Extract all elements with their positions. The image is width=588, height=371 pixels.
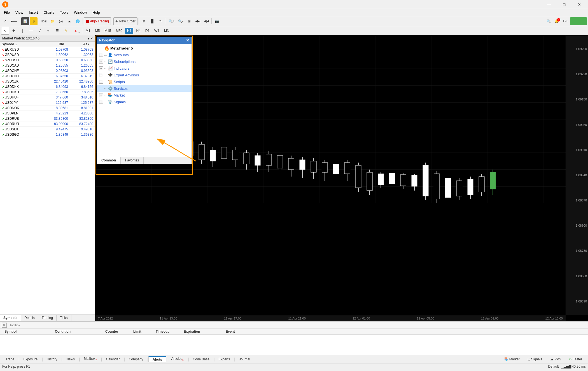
btab-trade[interactable]: Trade <box>2 356 18 362</box>
nav-item-subscriptions[interactable]: + ··· 🔄 Subscriptions <box>97 58 192 65</box>
toolbar-green-bar[interactable] <box>570 17 587 25</box>
mw-row[interactable]: ↗ USDPLN 4.28223 4.28500 <box>0 111 95 116</box>
mw-tab-details[interactable]: Details <box>21 315 38 321</box>
toolbar-notifications[interactable]: 🔔1 <box>553 17 561 25</box>
menu-charts[interactable]: Charts <box>41 10 57 15</box>
mw-row[interactable]: ↗ USDSEK 9.49475 9.49810 <box>0 127 95 132</box>
draw-trendline[interactable]: ╱ <box>36 27 44 35</box>
nav-item-signals[interactable]: + ··· 📡 Signals <box>97 98 192 105</box>
mw-row[interactable]: ↗ USDCNH 6.37650 6.37819 <box>0 74 95 79</box>
btab-exposure[interactable]: Exposure <box>20 356 42 362</box>
mw-row[interactable]: ↗ USDNOK 8.80681 8.81031 <box>0 105 95 111</box>
nav-expand-subscriptions[interactable]: + <box>99 60 103 64</box>
menu-file[interactable]: File <box>1 10 13 15</box>
menu-help[interactable]: Help <box>90 10 103 15</box>
mw-close[interactable]: ✕ <box>90 37 93 40</box>
mw-row[interactable]: ↘ USDJPY 125.587 125.587 <box>0 100 95 105</box>
nav-item-metatrader[interactable]: 🔥 MetaTrader 5 <box>97 45 192 51</box>
toolbar-line[interactable]: ⟵ <box>10 17 19 25</box>
toolbar-folder[interactable]: 📁 <box>48 17 56 25</box>
btab-mailbox[interactable]: Mailbox7 <box>80 356 101 362</box>
mw-row[interactable]: ↗ USDRUB 83.35800 83.82800 <box>0 116 95 121</box>
btab-alerts[interactable]: Alerts <box>148 356 166 362</box>
nav-item-market[interactable]: + ··· 🏪 Market <box>97 92 192 98</box>
btab-history[interactable]: History <box>43 356 61 362</box>
menu-view[interactable]: View <box>13 10 26 15</box>
toolbar-radio[interactable]: (o) <box>57 17 65 25</box>
menu-window[interactable]: Window <box>71 10 90 15</box>
toolbar-levels[interactable]: LVL <box>562 17 570 25</box>
toolbar-cloud[interactable]: ☁ <box>65 17 73 25</box>
mw-tab-ticks[interactable]: Ticks <box>57 315 71 321</box>
toolbar-scroll-end[interactable]: ◀▶| <box>194 17 202 25</box>
mw-row[interactable]: ↘ EURUSD 1.08708 1.08708 <box>0 47 95 52</box>
tf-mn[interactable]: MN <box>162 28 171 34</box>
tf-m5[interactable]: M5 <box>93 28 102 34</box>
mw-row[interactable]: ↗ USDRUR 83.00000 83.72400 <box>0 121 95 127</box>
draw-select[interactable]: ↖ <box>1 27 9 35</box>
toolbar-crosshair[interactable]: ⊕ <box>140 17 148 25</box>
btab-signals-bottom[interactable]: (·) Signals <box>524 356 546 362</box>
tf-h4[interactable]: H4 <box>134 28 142 34</box>
draw-text-icon[interactable]: ▲ ▾ <box>71 27 81 35</box>
nav-item-accounts[interactable]: + ··· 👤 Accounts <box>97 51 192 58</box>
mw-row[interactable]: ↗ USDDKK 6.84093 6.84156 <box>0 84 95 90</box>
nav-tab-favorites[interactable]: Favorites <box>121 157 144 164</box>
toolbar-depth[interactable]: ◀|◀ <box>202 17 211 25</box>
toolbar-ide[interactable]: IDE <box>40 17 48 25</box>
btab-tester[interactable]: ⟳ Tester <box>565 356 586 362</box>
tf-m30[interactable]: M30 <box>114 28 124 34</box>
toolbar-zoom-in[interactable]: 🔍+ <box>167 17 176 25</box>
toolbar-candle-view[interactable]: ▐▌ <box>148 17 156 25</box>
toolbar-line-view[interactable]: 〜 <box>157 17 165 25</box>
btab-news[interactable]: News <box>62 356 79 362</box>
draw-lines[interactable]: ☰ <box>53 27 61 35</box>
mw-row[interactable]: ↘ NZDUSD 0.68350 0.68358 <box>0 58 95 63</box>
nav-expand-experts[interactable]: + <box>99 73 103 77</box>
new-order-button[interactable]: ✚ New Order <box>113 17 137 25</box>
mw-row[interactable]: ↗ USDSGD 1.36349 1.36386 <box>0 132 95 137</box>
btab-journal[interactable]: Journal <box>235 356 254 362</box>
toolbar-arrow[interactable]: ↗ <box>1 17 9 25</box>
mw-row[interactable]: ↗ USDCHF 0.93303 0.93303 <box>0 68 95 74</box>
toolbar-globe[interactable]: 🌐 <box>74 17 81 25</box>
mw-arrow-up[interactable]: ▲ <box>87 37 90 40</box>
nav-item-indicators[interactable]: + ··· 📈 Indicators <box>97 65 192 72</box>
toolbar-chart-icon[interactable]: 📊 <box>21 17 29 25</box>
draw-hline[interactable]: — <box>27 27 35 35</box>
navigator-close-button[interactable]: ✕ <box>186 38 189 43</box>
mw-row[interactable]: ↘ GBPUSD 1.30062 1.30063 <box>0 52 95 58</box>
tf-h1[interactable]: H1 <box>125 28 133 34</box>
menu-insert[interactable]: Insert <box>26 10 41 15</box>
btab-experts[interactable]: Experts <box>215 356 234 362</box>
nav-expand-accounts[interactable]: + <box>99 53 103 57</box>
tf-m15[interactable]: M15 <box>102 28 113 34</box>
toolbar-screenshot[interactable]: 📷 <box>213 17 221 25</box>
toolbar-zoom-out[interactable]: 🔍- <box>177 17 185 25</box>
btab-articles[interactable]: Articles5 <box>167 356 188 362</box>
nav-item-services[interactable]: ··· ⚙️ Services <box>97 85 192 92</box>
nav-item-expert-advisors[interactable]: + ··· 🎓 Expert Advisors <box>97 72 192 78</box>
nav-tab-common[interactable]: Common <box>97 157 121 164</box>
tf-d1[interactable]: D1 <box>143 28 151 34</box>
toolbar-grid[interactable]: ⊞ <box>185 17 193 25</box>
btab-codebase[interactable]: Code Base <box>189 356 214 362</box>
draw-vline[interactable]: | <box>18 27 26 35</box>
toolbar-dollar[interactable]: $ <box>30 17 38 25</box>
minimize-button[interactable]: — <box>543 0 556 9</box>
btab-market[interactable]: 🏪 Market <box>500 356 524 362</box>
mw-row[interactable]: ↘ USDHKD 7.83660 7.83685 <box>0 90 95 95</box>
menu-tools[interactable]: Tools <box>57 10 71 15</box>
btab-calendar[interactable]: Calendar <box>102 356 124 362</box>
btab-vps[interactable]: ☁ VPS <box>546 356 565 362</box>
maximize-button[interactable]: □ <box>558 0 571 9</box>
chart-area[interactable]: 1.09290 1.09220 1.09150 1.09080 1.09010 … <box>95 35 588 321</box>
toolbar-search[interactable]: 🔍 <box>545 17 552 25</box>
mw-tab-symbols[interactable]: Symbols <box>0 315 21 321</box>
mw-row[interactable]: ↘ USDCZK 22.46420 22.48900 <box>0 79 95 84</box>
nav-expand-signals[interactable]: + <box>99 100 103 104</box>
draw-crosshair[interactable]: ✚ <box>10 27 18 35</box>
draw-channel[interactable]: ⫟ <box>45 27 52 35</box>
nav-expand-indicators[interactable]: + <box>99 66 103 70</box>
nav-expand-scripts[interactable]: + <box>99 80 103 84</box>
